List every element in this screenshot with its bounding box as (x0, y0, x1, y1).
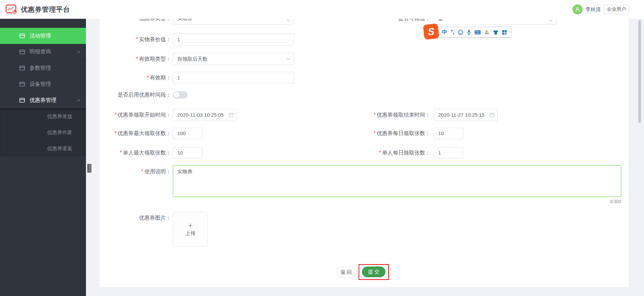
validity-type-select[interactable]: 自领取后天数 (173, 53, 294, 65)
user-avatar[interactable] (572, 4, 583, 14)
validity-type-label: *有效期类型： (100, 53, 171, 65)
sidebar-subitem-label: 优惠券发放 (47, 113, 72, 120)
char-counter: 3/300 (173, 199, 621, 204)
mic-icon[interactable] (467, 29, 471, 35)
coupon-image-label: 优惠券图片： (100, 212, 171, 224)
start-time-label: *优惠券领取开始时间： (100, 109, 171, 121)
menu-grid-icon (19, 66, 25, 70)
max-total-label: *优惠券最大领取张数： (100, 128, 171, 139)
emoji-icon[interactable] (458, 29, 463, 35)
sidebar-item-parameter-management[interactable]: 参数管理 (0, 60, 86, 76)
ime-toolbar-bar: 中 °, (437, 27, 511, 38)
end-time-datepicker[interactable]: 2020-11-27 10:25:15 (434, 109, 498, 121)
sidebar-item-device-management[interactable]: 设备管理 (0, 76, 86, 92)
calendar-icon (229, 113, 234, 118)
sidebar-subitem-coupon-issue[interactable]: 优惠券发放 (0, 108, 86, 124)
menu-grid-icon (19, 82, 25, 86)
scrollbar-thumb[interactable] (638, 20, 641, 123)
shirt-icon[interactable] (493, 30, 499, 35)
app-root: 优惠券管理平台 李桂清 企业用户 活动管理 (0, 0, 644, 296)
chevron-down-icon (286, 19, 290, 22)
per-user-max-input[interactable]: 10 (173, 147, 202, 159)
grid-icon[interactable] (502, 30, 507, 35)
time-range-label: 是否启用优惠时间段： (100, 91, 171, 99)
max-daily-input[interactable]: 10 (434, 128, 463, 139)
chevron-down-icon (549, 19, 553, 22)
coupon-value-input[interactable]: 1 (173, 34, 294, 46)
main-content: *优惠券类型： 实物券 *是否可赠送： 是 *实物券价值： 1 *有效期类型： … (86, 19, 644, 296)
sidebar-item-label: 设备管理 (30, 81, 51, 88)
validity-label: *有效期： (100, 72, 171, 84)
time-range-toggle[interactable] (173, 91, 188, 99)
upload-label: 上传 (185, 230, 195, 237)
back-button[interactable]: 返 回 (336, 267, 357, 278)
plus-icon: + (188, 222, 193, 229)
validity-type-value: 自领取后天数 (177, 56, 208, 62)
coupon-type-value: 实物券 (177, 19, 192, 21)
giftable-label: *是否可赠送： (330, 19, 430, 25)
chevron-down-icon (286, 57, 290, 61)
sidebar-subitem-coupon-void[interactable]: 优惠券作废 (0, 124, 86, 140)
sogou-logo-icon[interactable]: S (423, 23, 439, 40)
submit-button[interactable]: 提 交 (362, 267, 385, 277)
page-title: 优惠券管理平台 (21, 5, 70, 14)
user-name: 李桂清 (586, 6, 601, 13)
coupon-management-submenu: 优惠券发放 优惠券作废 优惠券退返 (0, 108, 86, 157)
app-logo-icon (5, 4, 17, 15)
sidebar-subitem-label: 优惠券作废 (47, 129, 72, 136)
sidebar-item-detail-query[interactable]: 明细查询 (0, 44, 86, 60)
usage-note-textarea[interactable]: 实物券 (173, 165, 621, 197)
sidebar-nav: 活动管理 明细查询 参数管理 设备管 (0, 19, 86, 157)
usage-note-label: *使用说明： (100, 167, 171, 177)
ime-toolbar: S 中 °, (424, 24, 511, 39)
user-type-badge[interactable]: 企业用户 (604, 5, 629, 14)
header-user-area: 李桂清 企业用户 (572, 4, 629, 14)
menu-grid-icon (19, 98, 25, 103)
start-time-datepicker[interactable]: 2020-11-03 10:25:05 (173, 109, 237, 121)
annotation-highlight: 提 交 (359, 264, 389, 280)
validity-input[interactable]: 1 (173, 72, 294, 84)
coupon-type-label: *优惠券类型： (100, 19, 171, 25)
per-user-max-label: *单人最大领取张数： (100, 147, 171, 159)
chinese-mode-icon[interactable]: 中 (442, 29, 447, 36)
chevron-up-icon (77, 99, 81, 102)
sidebar-item-label: 活动管理 (30, 33, 51, 40)
end-time-value: 2020-11-27 10:25:15 (438, 112, 485, 118)
calendar-icon (490, 113, 495, 118)
sidebar-subitem-label: 优惠券退返 (47, 145, 72, 152)
max-daily-label: *优惠券每日领取张数： (330, 128, 430, 139)
menu-grid-icon (19, 34, 25, 38)
coupon-value-label: *实物券价值： (100, 34, 171, 46)
toggle-knob (174, 92, 180, 98)
per-user-daily-label: *单人每日领取张数： (330, 147, 430, 159)
sidebar-item-label: 参数管理 (30, 65, 51, 72)
sidebar-resize-handle[interactable] (87, 164, 92, 173)
punctuation-icon[interactable]: °, (451, 29, 454, 35)
menu-grid-icon (19, 50, 25, 54)
per-user-daily-input[interactable]: 1 (434, 147, 463, 159)
max-total-input[interactable]: 100 (173, 128, 202, 139)
sidebar-subitem-coupon-return[interactable]: 优惠券退返 (0, 140, 86, 157)
sidebar-item-coupon-management[interactable]: 优惠券管理 (0, 92, 86, 108)
sidebar: 活动管理 明细查询 参数管理 设备管 (0, 19, 86, 296)
sidebar-item-activity-management[interactable]: 活动管理 (0, 28, 86, 44)
coupon-type-select[interactable]: 实物券 (173, 19, 294, 25)
chevron-down-icon (77, 50, 81, 54)
sidebar-item-label: 明细查询 (30, 48, 51, 55)
avatar-person-icon (574, 6, 581, 12)
start-time-value: 2020-11-03 10:25:05 (177, 112, 224, 118)
giftable-value: 是 (438, 19, 443, 21)
coupon-form-card: *优惠券类型： 实物券 *是否可赠送： 是 *实物券价值： 1 *有效期类型： … (100, 19, 629, 287)
app-header: 优惠券管理平台 李桂清 企业用户 (0, 0, 644, 19)
sidebar-item-label: 优惠券管理 (30, 97, 56, 104)
person-icon[interactable] (484, 29, 490, 35)
end-time-label: *优惠券领取结束时间： (330, 109, 430, 121)
coupon-image-upload[interactable]: + 上传 (173, 212, 208, 247)
keyboard-icon[interactable] (474, 30, 481, 35)
